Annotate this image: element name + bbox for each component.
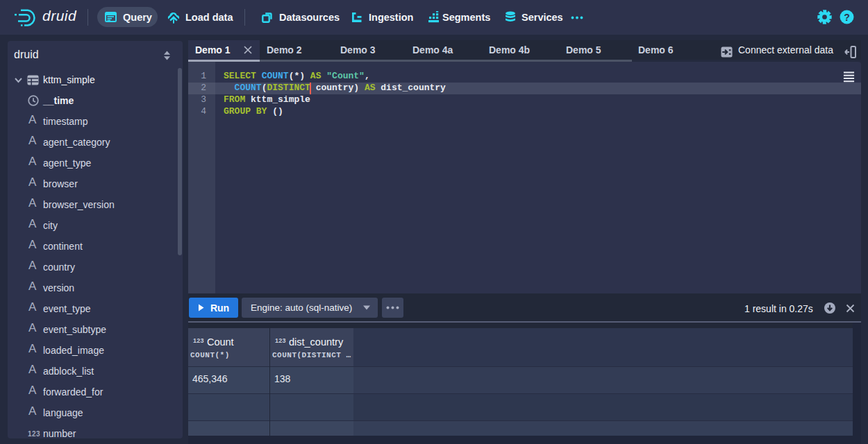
svg-text:?: ?: [844, 12, 850, 23]
